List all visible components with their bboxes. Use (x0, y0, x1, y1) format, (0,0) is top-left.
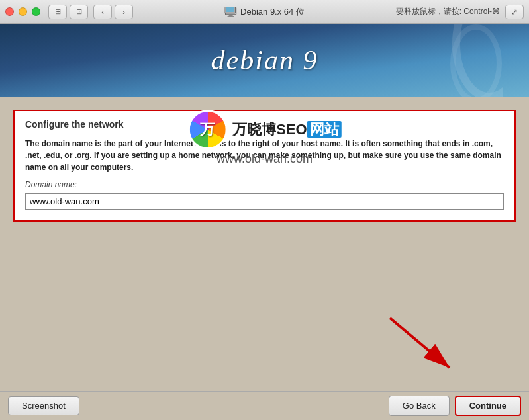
minimize-button[interactable] (19, 7, 27, 16)
nav-buttons: ‹ › (93, 5, 133, 19)
svg-rect-2 (226, 7, 234, 12)
nav-forward-btn[interactable]: › (115, 5, 133, 19)
window-title: Debian 9.x 64 位 (240, 6, 305, 18)
swirl-decoration (423, 24, 503, 97)
svg-line-8 (390, 318, 450, 368)
maximize-button[interactable] (32, 7, 40, 16)
description-text: The domain name is the part of your Inte… (25, 138, 504, 173)
hint-text: 要释放鼠标，请按: Control-⌘ (396, 6, 500, 17)
titlebar: ⊞ ⊡ ‹ › Debian 9.x 64 位 要释放鼠标，请按: Contro… (0, 0, 529, 24)
titlebar-right: 要释放鼠标，请按: Control-⌘ ⤢ (396, 5, 524, 19)
continue-button[interactable]: Continue (455, 396, 521, 416)
domain-input[interactable] (25, 193, 504, 210)
panel-icon-btn[interactable]: ⊞ (48, 5, 67, 19)
nav-back-btn[interactable]: ‹ (93, 5, 112, 19)
content-area: Configure the network The domain name is… (0, 97, 529, 245)
traffic-lights (5, 7, 40, 16)
debian-title: debian 9 (211, 44, 318, 76)
screenshot-icon-btn[interactable]: ⊡ (70, 5, 88, 19)
fullscreen-btn[interactable]: ⤢ (505, 5, 524, 19)
go-back-button[interactable]: Go Back (389, 396, 450, 416)
svg-rect-3 (228, 15, 232, 16)
section-title: Configure the network (25, 119, 504, 130)
vm-icon (224, 7, 236, 17)
configure-network-box: Configure the network The domain name is… (13, 110, 516, 222)
arrow-icon (383, 312, 463, 378)
close-button[interactable] (5, 7, 14, 16)
titlebar-left-icons: ⊞ ⊡ (48, 5, 88, 19)
vm-window: debian 9 Configure the network The domai… (0, 24, 529, 420)
domain-label: Domain name: (25, 180, 504, 189)
svg-rect-4 (227, 16, 234, 17)
bottom-right-buttons: Go Back Continue (389, 396, 521, 416)
bottom-bar: Screenshot Go Back Continue (0, 391, 529, 420)
screenshot-button[interactable]: Screenshot (8, 396, 79, 415)
titlebar-center: Debian 9.x 64 位 (224, 6, 305, 18)
arrow-container (383, 312, 463, 380)
debian-header: debian 9 (0, 24, 529, 97)
